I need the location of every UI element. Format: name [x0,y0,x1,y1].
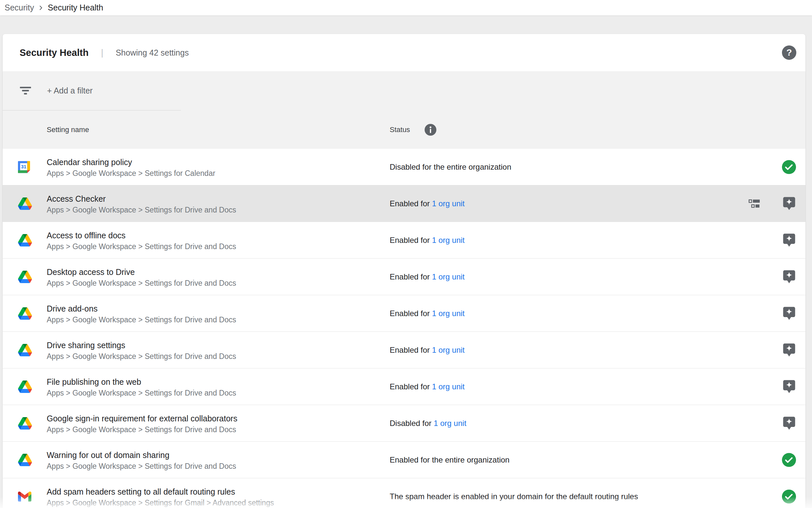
recommendation-flag-icon[interactable] [782,342,796,358]
status-text: Disabled for the entire organization [390,163,511,171]
setting-row[interactable]: Desktop access to Drive Apps > Google Wo… [3,259,806,295]
status-link[interactable]: 1 org unit [432,272,465,281]
breadcrumb-current: Security Health [48,3,103,12]
calendar-icon: 31 [18,161,30,173]
status-info-icon[interactable] [425,124,436,136]
settings-count: Showing 42 settings [115,48,189,57]
ok-check-icon [782,160,796,174]
top-bar: Security Security Health [0,0,812,15]
setting-text: Calendar sharing policy Apps > Google Wo… [47,156,215,179]
setting-name: File publishing on the web [47,376,236,387]
status-text: Enabled for [390,309,430,318]
setting-status: Enabled for 1 org unit [390,309,465,318]
status-text: The spam header is enabled in your domai… [390,492,638,501]
recommendation-flag-icon[interactable] [782,306,796,321]
add-filter-button[interactable]: + Add a filter [47,86,93,95]
setting-status: The spam header is enabled in your domai… [390,492,638,501]
column-header-setting-name: Setting name [47,126,89,134]
drive-icon [18,454,32,466]
drive-icon [18,417,32,429]
breadcrumb: Security Security Health [5,3,103,12]
setting-path: Apps > Google Workspace > Settings for D… [47,277,236,289]
status-text: Disabled for [390,419,431,428]
status-text: Enabled for the entire organization [390,455,510,464]
setting-row[interactable]: Drive add-ons Apps > Google Workspace > … [3,295,806,332]
setting-name: Drive add-ons [47,303,236,314]
title-separator: | [101,48,103,58]
setting-text: File publishing on the web Apps > Google… [47,376,236,398]
setting-row[interactable]: Access Checker Apps > Google Workspace >… [3,185,806,222]
gmail-icon [18,491,31,502]
help-button[interactable]: ? [782,45,796,60]
setting-name: Google sign-in requirement for external … [47,413,237,424]
svg-text:31: 31 [21,164,26,169]
setting-row[interactable]: Drive sharing settings Apps > Google Wor… [3,332,806,369]
recommendation-flag-icon[interactable] [782,269,796,285]
setting-path: Apps > Google Workspace > Settings for D… [47,350,236,362]
settings-table-body: 31 Calendar sharing policy Apps > Google… [3,149,806,508]
status-link[interactable]: 1 org unit [432,236,465,245]
help-icon: ? [786,47,792,58]
status-text: Enabled for [390,199,430,208]
setting-path: Apps > Google Workspace > Settings for D… [47,314,236,325]
page: { "breadcrumb": { "parent": "Security", … [0,0,812,508]
setting-name: Calendar sharing policy [47,156,215,167]
setting-path: Apps > Google Workspace > Settings for C… [47,167,215,179]
status-link[interactable]: 1 org unit [432,309,465,318]
status-link[interactable]: 1 org unit [432,382,465,391]
table-header-row: Setting name Status [3,111,806,149]
setting-row[interactable]: Access to offline docs Apps > Google Wor… [3,222,806,259]
setting-path: Apps > Google Workspace > Settings for D… [47,387,236,398]
status-link[interactable]: 1 org unit [432,345,465,354]
drive-icon [18,381,32,393]
setting-status: Disabled for the entire organization [390,163,511,172]
status-text: Enabled for [390,272,430,281]
setting-text: Warning for out of domain sharing Apps >… [47,449,236,472]
setting-row[interactable]: Warning for out of domain sharing Apps >… [3,441,806,478]
setting-status: Enabled for 1 org unit [390,199,465,208]
setting-path: Apps > Google Workspace > Settings for G… [47,497,274,508]
setting-text: Desktop access to Drive Apps > Google Wo… [47,266,236,289]
setting-text: Google sign-in requirement for external … [47,413,237,435]
card-header: Security Health | Showing 42 settings ? [3,34,806,71]
breadcrumb-chevron-icon [37,4,45,12]
drive-icon [18,344,32,356]
setting-path: Apps > Google Workspace > Settings for D… [47,241,236,252]
recommendation-flag-icon[interactable] [782,196,796,212]
status-text: Enabled for [390,236,430,245]
setting-status: Enabled for 1 org unit [390,272,465,282]
status-text: Enabled for [390,382,430,391]
setting-path: Apps > Google Workspace > Settings for D… [47,204,236,215]
setting-name: Desktop access to Drive [47,266,236,277]
setting-status: Enabled for 1 org unit [390,345,465,355]
setting-status: Enabled for the entire organization [390,455,510,465]
drive-icon [18,234,32,247]
status-link[interactable]: 1 org unit [432,199,465,208]
page-title: Security Health [19,47,89,58]
setting-row[interactable]: File publishing on the web Apps > Google… [3,369,806,405]
drive-icon [18,198,32,210]
setting-path: Apps > Google Workspace > Settings for D… [47,460,236,472]
status-link[interactable]: 1 org unit [434,419,467,428]
setting-name: Warning for out of domain sharing [47,449,236,460]
recommendation-flag-icon[interactable] [782,232,796,248]
setting-text: Access Checker Apps > Google Workspace >… [47,193,236,215]
setting-row[interactable]: 31 Calendar sharing policy Apps > Google… [3,149,806,185]
filter-bar: + Add a filter [3,71,806,110]
setting-text: Drive sharing settings Apps > Google Wor… [47,339,236,362]
ok-check-icon [782,490,796,503]
setting-row[interactable]: Google sign-in requirement for external … [3,405,806,441]
recommendation-flag-icon[interactable] [782,416,796,431]
recommendation-flag-icon[interactable] [782,379,796,394]
breadcrumb-item-security[interactable]: Security [5,3,34,12]
setting-name: Add spam headers setting to all default … [47,486,274,497]
setting-row[interactable]: Add spam headers setting to all default … [3,478,806,508]
setting-text: Drive add-ons Apps > Google Workspace > … [47,303,236,325]
ok-check-icon [782,453,796,467]
status-text: Enabled for [390,345,430,354]
org-unit-rules-icon [749,200,760,208]
setting-name: Access Checker [47,193,236,204]
content-card: Security Health | Showing 42 settings ? … [3,34,806,508]
setting-status: Disabled for 1 org unit [390,419,467,428]
filter-icon [19,86,31,95]
